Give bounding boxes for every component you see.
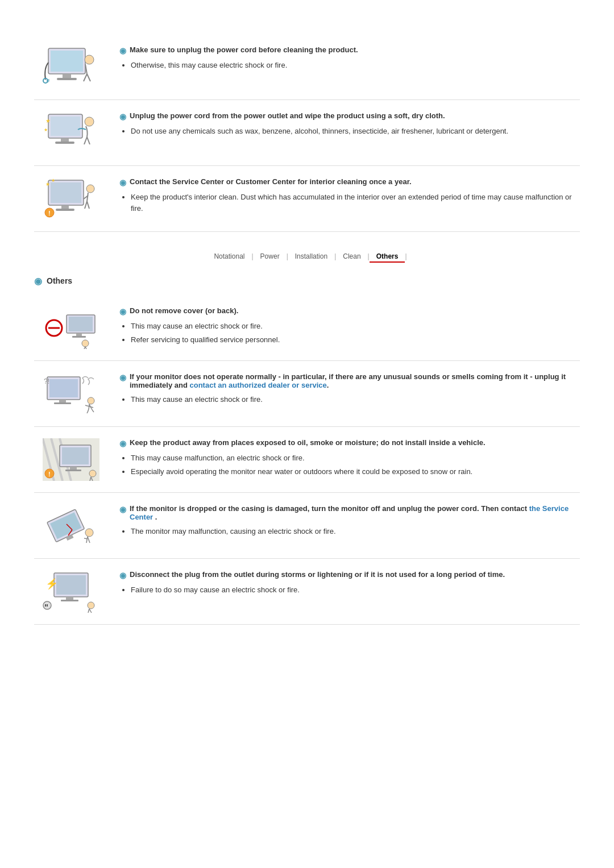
others-bullet-5-0: Failure to do so may cause an electric s…: [131, 584, 580, 596]
clean-area: ↺ ◉ Make sure to unplug the power cord b…: [34, 17, 580, 232]
clean-image-1: ↺: [34, 45, 108, 88]
others-title-5: ◉ Disconnect the plug from the outlet du…: [119, 570, 580, 580]
svg-rect-20: [51, 182, 81, 203]
svg-rect-42: [54, 402, 71, 404]
others-section-2: ?! ◉ If your monitor does not operate no…: [34, 361, 580, 427]
contact-link[interactable]: contact an authorized dealer or service: [189, 381, 326, 389]
others-bullet-1: ◉: [119, 307, 126, 316]
clean-image-3: ! ★ ★: [34, 177, 108, 220]
clean-content-1: ◉ Make sure to unplug the power cord bef…: [119, 45, 580, 73]
svg-rect-21: [61, 205, 69, 209]
nav-tabs: Notational | Power | Installation | Clea…: [34, 243, 580, 269]
svg-text:★: ★: [45, 118, 51, 124]
svg-line-15: [84, 137, 87, 144]
tab-notational[interactable]: Notational: [207, 250, 251, 263]
clean-title-1: ◉ Make sure to unplug the power cord bef…: [119, 45, 580, 55]
others-bullet-4-0: The monitor may malfunction, causing an …: [131, 526, 580, 537]
others-bullet-3-1: Especially avoid operating the monitor n…: [131, 466, 580, 477]
others-heading: ◉ Others: [34, 275, 580, 286]
clean-title-3: ◉ Contact the Service Center or Customer…: [119, 177, 580, 187]
clean-content-2: ◉ Unplug the power cord from the power o…: [119, 111, 580, 139]
svg-text:?!: ?!: [44, 377, 49, 385]
svg-rect-63: [56, 575, 86, 595]
svg-text:★: ★: [51, 178, 55, 183]
svg-point-36: [82, 340, 89, 347]
clean-bullet-1-0: Otherwise, this may cause electric shock…: [131, 60, 580, 71]
others-bullet-icon-4: ◉: [119, 505, 126, 514]
svg-text:↺: ↺: [46, 78, 50, 84]
clean-bullets-3: Keep the product's interior clean. Dust …: [119, 192, 580, 214]
others-bullet-1-1: Refer servicing to qualified service per…: [131, 334, 580, 346]
others-image-2: ?!: [34, 372, 108, 415]
svg-point-53: [89, 470, 96, 477]
svg-line-24: [85, 201, 87, 209]
others-image-4: [34, 504, 108, 547]
others-bullet-icon-3: ◉: [119, 439, 126, 448]
others-image-3: !: [34, 438, 108, 481]
svg-rect-2: [63, 74, 71, 78]
others-bullet-icon-5: ◉: [119, 571, 126, 580]
svg-line-38: [85, 347, 86, 349]
others-bullet-2-0: This may cause an electric shock or fire…: [131, 394, 580, 405]
svg-line-7: [87, 74, 90, 81]
tab-installation[interactable]: Installation: [288, 250, 334, 263]
others-bullets-1: This may cause an electric shock or fire…: [119, 321, 580, 345]
svg-point-43: [88, 397, 94, 404]
clean-bullets-1: Otherwise, this may cause electric shock…: [119, 60, 580, 71]
svg-point-59: [85, 529, 93, 537]
tab-clean[interactable]: Clean: [336, 250, 367, 263]
svg-text:★: ★: [44, 127, 48, 132]
others-image-5: ⚡: [34, 570, 108, 613]
others-bullets-5: Failure to do so may cause an electric s…: [119, 584, 580, 596]
content-wrapper: ↺ ◉ Make sure to unplug the power cord b…: [34, 17, 580, 625]
others-content-1: ◉ Do not remove cover (or back). This ma…: [119, 306, 580, 347]
clean-bullet-3-0: Keep the product's interior clean. Dust …: [131, 192, 580, 214]
others-content-2: ◉ If your monitor does not operate norma…: [119, 372, 580, 408]
svg-rect-35: [72, 336, 86, 338]
bullet-icon-1: ◉: [119, 46, 126, 55]
svg-point-4: [85, 55, 94, 64]
others-content-4: ◉ If the monitor is dropped or the casin…: [119, 504, 580, 539]
svg-rect-3: [57, 78, 77, 80]
others-bullet-icon: ◉: [34, 276, 42, 286]
clean-title-2: ◉ Unplug the power cord from the power o…: [119, 111, 580, 121]
svg-rect-50: [62, 447, 89, 464]
others-bullets-4: The monitor may malfunction, causing an …: [119, 526, 580, 537]
tab-others[interactable]: Others: [370, 250, 405, 263]
others-title-4: ◉ If the monitor is dropped or the casin…: [119, 504, 580, 521]
others-bullet-1-0: This may cause an electric shock or fire…: [131, 321, 580, 332]
svg-rect-12: [61, 138, 69, 142]
others-section-5: ⚡ ◉ Disconnect the plug from the outlet …: [34, 559, 580, 625]
others-bullets-2: This may cause an electric shock or fire…: [119, 394, 580, 405]
clean-bullets-2: Do not use any chemicals such as wax, be…: [119, 126, 580, 137]
svg-line-25: [87, 201, 89, 209]
clean-image-2: ★ ★: [34, 111, 108, 154]
others-section-1: ◉ Do not remove cover (or back). This ma…: [34, 295, 580, 361]
clean-section-3: ! ★ ★ ◉ Contact the Service Center or Cu…: [34, 166, 580, 232]
svg-point-14: [85, 117, 94, 126]
clean-content-3: ◉ Contact the Service Center or Customer…: [119, 177, 580, 216]
others-title-1: ◉ Do not remove cover (or back).: [119, 306, 580, 316]
others-content-5: ◉ Disconnect the plug from the outlet du…: [119, 570, 580, 598]
others-image-1: [34, 306, 108, 349]
bullet-icon-2: ◉: [119, 112, 126, 121]
svg-rect-1: [51, 51, 83, 72]
others-bullet-3-0: This may cause malfunction, an electric …: [131, 452, 580, 464]
clean-bullet-2-0: Do not use any chemicals such as wax, be…: [131, 126, 580, 137]
svg-rect-22: [56, 209, 74, 211]
svg-text:!: !: [48, 210, 51, 217]
svg-point-23: [86, 185, 94, 193]
svg-rect-33: [69, 317, 93, 331]
svg-rect-11: [51, 117, 80, 136]
svg-text:⚡: ⚡: [45, 578, 59, 590]
others-title-2: ◉ If your monitor does not operate norma…: [119, 372, 580, 389]
svg-rect-52: [65, 470, 81, 471]
tab-power[interactable]: Power: [254, 250, 287, 263]
svg-text:★: ★: [45, 181, 50, 187]
svg-rect-13: [55, 142, 74, 144]
svg-point-66: [88, 602, 94, 609]
others-bullet-icon-2: ◉: [119, 373, 126, 382]
bullet-icon-3: ◉: [119, 178, 126, 187]
others-section-4: ◉ If the monitor is dropped or the casin…: [34, 493, 580, 559]
svg-text:!: !: [48, 471, 51, 477]
